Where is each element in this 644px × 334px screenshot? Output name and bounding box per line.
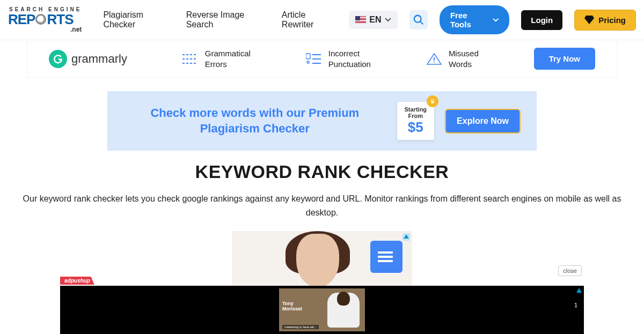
grammarly-banner[interactable]: grammarly GrammaticalErrors IncorrectPun… — [27, 40, 617, 78]
language-code: EN — [369, 15, 381, 25]
search-icon — [413, 14, 425, 26]
close-ad-button[interactable]: close — [558, 265, 582, 276]
lines-icon — [182, 53, 199, 65]
logo-main-text: REPRTS — [8, 12, 82, 26]
us-flag-icon — [355, 16, 366, 24]
language-selector[interactable]: EN — [349, 11, 397, 29]
feature-grammatical-errors: GrammaticalErrors — [182, 48, 251, 69]
grammarly-logo: grammarly — [49, 50, 127, 68]
page-description: Our keyword rank checker lets you check … — [11, 192, 633, 219]
punctuation-icon — [306, 53, 322, 65]
svg-point-11 — [434, 62, 435, 63]
try-now-button[interactable]: Try Now — [534, 48, 595, 70]
ad-counter: 1 — [574, 302, 577, 308]
warning-icon — [426, 53, 442, 65]
adchoices-icon[interactable] — [402, 233, 410, 241]
premium-promo-banner: Check more words with our PremiumPlagiar… — [107, 91, 537, 151]
chevron-down-icon — [385, 18, 391, 22]
explore-now-button[interactable]: Explore Now — [445, 109, 521, 133]
price-card: ♛ StartingFrom $5 — [397, 102, 435, 140]
svg-line-1 — [420, 21, 423, 25]
nav-article-rewriter[interactable]: Article Rewriter — [282, 10, 337, 29]
feature-punctuation: IncorrectPunctuation — [306, 48, 371, 69]
page-title: KEYWORD RANK CHECKER — [0, 161, 644, 182]
site-logo[interactable]: SEARCH ENGINE REPRTS .net — [8, 7, 82, 33]
diamond-icon — [584, 16, 594, 24]
inline-ad[interactable] — [232, 231, 412, 292]
price-value: $5 — [405, 119, 427, 136]
svg-point-6 — [307, 61, 309, 63]
login-button[interactable]: Login — [521, 10, 562, 30]
adchoices-icon[interactable] — [576, 288, 582, 293]
svg-rect-5 — [306, 54, 310, 59]
free-tools-button[interactable]: Free Tools — [440, 5, 509, 34]
chevron-down-icon — [493, 18, 499, 22]
adpushup-badge: adpushup — [60, 277, 94, 285]
promo-headline: Check more words with our PremiumPlagiar… — [123, 106, 386, 136]
nav-plagiarism-checker[interactable]: Plagiarism Checker — [103, 10, 174, 29]
pricing-button[interactable]: Pricing — [574, 10, 636, 31]
sticky-bottom-ad[interactable]: 1 TonyMorisset marketing is here wit... — [60, 286, 584, 334]
search-button[interactable] — [409, 10, 428, 29]
svg-point-0 — [414, 16, 421, 23]
crown-icon: ♛ — [427, 95, 438, 107]
logo-tld: .net — [8, 26, 82, 33]
document-icon — [370, 241, 402, 273]
feature-misused-words: MisusedWords — [426, 48, 479, 69]
nav-reverse-image[interactable]: Reverse Image Search — [186, 10, 270, 29]
